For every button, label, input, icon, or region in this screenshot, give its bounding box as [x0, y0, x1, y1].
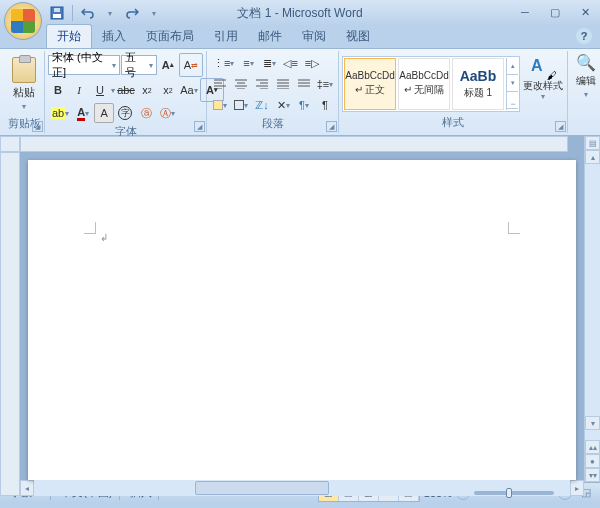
change-styles-icon: A🖌	[531, 57, 555, 79]
undo-icon[interactable]	[79, 4, 97, 22]
multilevel-button[interactable]: ≣▾	[259, 53, 279, 73]
paragraph-launcher[interactable]: ◢	[326, 121, 337, 132]
style-row-down[interactable]: ▾	[507, 75, 518, 92]
tab-references[interactable]: 引用	[204, 25, 248, 48]
prev-page-button[interactable]: ▴▴	[585, 440, 600, 454]
align-left-button[interactable]	[210, 74, 230, 94]
chevron-down-icon: ▾	[22, 102, 26, 111]
decrease-indent-button[interactable]: ◁≡	[280, 53, 300, 73]
bullets-button[interactable]: ⋮≡▾	[210, 53, 237, 73]
vscroll-up[interactable]: ▴	[585, 150, 600, 164]
align-right-button[interactable]	[252, 74, 272, 94]
group-font: 宋体 (中文正]▾ 五号▾ A▴ A⇄ B I U ▾ abc x2 x2 Aa…	[45, 51, 207, 133]
group-paragraph: ⋮≡▾ ≡▾ ≣▾ ◁≡ ≡▷	[207, 51, 339, 133]
vertical-ruler[interactable]	[0, 152, 20, 496]
highlight-button[interactable]: ab▾	[48, 103, 72, 123]
minimize-button[interactable]: ─	[514, 4, 536, 20]
qat-customize-icon[interactable]: ▾	[145, 4, 163, 22]
styles-launcher[interactable]: ◢	[555, 121, 566, 132]
show-marks-button[interactable]: ¶▾	[294, 95, 314, 115]
grow-font-button[interactable]: A▴	[158, 55, 178, 75]
distributed-button[interactable]	[294, 74, 314, 94]
margin-mark-tl	[84, 222, 96, 234]
enclose-char-button[interactable]: 字	[115, 103, 135, 123]
window-title: 文档 1 - Microsoft Word	[237, 5, 362, 22]
redo-icon[interactable]	[123, 4, 141, 22]
tab-insert[interactable]: 插入	[92, 25, 136, 48]
paragraph-marks-button[interactable]: ¶	[315, 95, 335, 115]
borders-button[interactable]: ▾	[231, 95, 251, 115]
ruler-toggle[interactable]: ▤	[585, 136, 600, 150]
ruler-corner[interactable]	[0, 136, 20, 152]
font-color-button[interactable]: A▾	[73, 103, 93, 123]
font-size-combo[interactable]: 五号▾	[121, 55, 157, 75]
italic-button[interactable]: I	[69, 80, 89, 100]
hscroll-right[interactable]: ▸	[570, 480, 584, 496]
font-name-combo[interactable]: 宋体 (中文正]▾	[48, 55, 120, 75]
svg-rect-2	[54, 8, 60, 12]
zoom-slider[interactable]	[474, 491, 554, 495]
phonetic-guide-button[interactable]: ⓐ	[136, 103, 156, 123]
style-no-spacing[interactable]: AaBbCcDd ↵ 无间隔	[398, 58, 450, 110]
clipboard-launcher[interactable]: ◢	[32, 121, 43, 132]
vertical-scrollbar: ▤ ▴ ▾ ▴▴ ● ▾▾	[584, 136, 600, 482]
zoom-slider-thumb[interactable]	[506, 488, 512, 498]
tab-page-layout[interactable]: 页面布局	[136, 25, 204, 48]
hscroll-left[interactable]: ◂	[20, 480, 34, 496]
office-button[interactable]	[4, 2, 42, 40]
subscript-button[interactable]: x2	[137, 80, 157, 100]
align-center-button[interactable]	[231, 74, 251, 94]
close-button[interactable]: ✕	[574, 4, 596, 20]
document-viewport[interactable]: ↲	[20, 152, 584, 480]
save-icon[interactable]	[48, 4, 66, 22]
underline-button[interactable]: U	[90, 80, 110, 100]
increase-indent-button[interactable]: ≡▷	[302, 53, 322, 73]
style-normal[interactable]: AaBbCcDd ↵ 正文	[344, 58, 396, 110]
text-effects-button[interactable]: Aa▾	[179, 80, 199, 100]
shading-button[interactable]: ▾	[210, 95, 230, 115]
vscroll-down[interactable]: ▾	[585, 416, 600, 430]
undo-dropdown-icon[interactable]: ▾	[101, 4, 119, 22]
hscroll-thumb[interactable]	[195, 481, 329, 495]
group-editing: 🔍 编辑 ▾	[568, 51, 600, 133]
document-area: ↲ ◂ ▸ ▤ ▴ ▾ ▴▴ ● ▾▾	[0, 136, 600, 482]
bold-button[interactable]: B	[48, 80, 68, 100]
strikethrough-button[interactable]: abc	[116, 80, 136, 100]
horizontal-ruler[interactable]	[20, 136, 568, 152]
style-gallery-spinner: ▴ ▾ ⎯	[506, 58, 518, 110]
asian-layout-button[interactable]: ✕▾	[273, 95, 293, 115]
tab-view[interactable]: 视图	[336, 25, 380, 48]
change-styles-button[interactable]: A🖌 更改样式 ▾	[522, 57, 564, 111]
justify-button[interactable]	[273, 74, 293, 94]
numbering-button[interactable]: ≡▾	[238, 53, 258, 73]
page[interactable]: ↲	[28, 160, 576, 480]
style-gallery: AaBbCcDd ↵ 正文 AaBbCcDd ↵ 无间隔 AaBb 标题 1 ▴…	[342, 56, 520, 112]
group-label-paragraph: 段落	[210, 115, 335, 132]
superscript-button[interactable]: x2	[158, 80, 178, 100]
change-case-button[interactable]: A⇄	[181, 55, 201, 75]
font-launcher[interactable]: ◢	[194, 121, 205, 132]
style-row-up[interactable]: ▴	[507, 58, 518, 75]
tab-review[interactable]: 审阅	[292, 25, 336, 48]
sort-button[interactable]: ℤ↓	[252, 95, 272, 115]
editing-button[interactable]: 🔍 编辑 ▾	[571, 53, 600, 107]
style-heading1[interactable]: AaBb 标题 1	[452, 58, 504, 110]
line-spacing-button[interactable]: ‡≡▾	[315, 74, 335, 94]
group-label-styles: 样式	[342, 114, 564, 131]
binoculars-icon: 🔍	[576, 53, 596, 72]
help-icon[interactable]: ?	[576, 28, 592, 44]
browse-object-button[interactable]: ●	[585, 454, 600, 468]
tab-home[interactable]: 开始	[46, 24, 92, 48]
ribbon: 粘贴 ▾ 剪贴板 ◢ 宋体 (中文正]▾ 五号▾ A▴ A⇄ B I U ▾	[0, 48, 600, 136]
tab-mailings[interactable]: 邮件	[248, 25, 292, 48]
clipboard-icon	[12, 57, 36, 83]
vscroll-track[interactable]	[585, 164, 600, 416]
maximize-button[interactable]: ▢	[544, 4, 566, 20]
style-gallery-expand[interactable]: ⎯	[507, 92, 518, 109]
group-clipboard: 粘贴 ▾ 剪贴板 ◢	[4, 51, 45, 133]
ribbon-tabs: 开始 插入 页面布局 引用 邮件 审阅 视图 ?	[46, 26, 600, 48]
clear-format-button[interactable]: Ⓐ▾	[157, 103, 178, 123]
paste-button[interactable]: 粘贴 ▾	[7, 53, 41, 115]
character-shading-button[interactable]: A	[94, 103, 114, 123]
next-page-button[interactable]: ▾▾	[585, 468, 600, 482]
